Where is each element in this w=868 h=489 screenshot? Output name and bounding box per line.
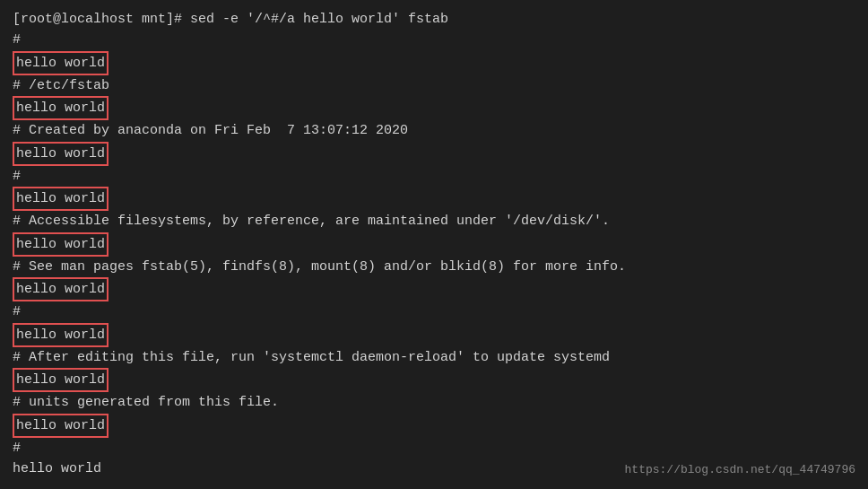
terminal-line: # See man pages fstab(5), findfs(8), mou… xyxy=(13,257,855,277)
terminal-line: hello world xyxy=(13,277,855,301)
terminal-line: hello world xyxy=(13,368,855,392)
terminal-line: # Accessible filesystems, by reference, … xyxy=(13,211,855,231)
terminal-line: hello world xyxy=(13,96,855,120)
terminal-line: # /etc/fstab xyxy=(13,75,855,96)
terminal-line: hello world xyxy=(13,142,855,166)
prompt-line: [root@localhost mnt]# sed -e '/^#/a hell… xyxy=(13,9,855,30)
highlighted-text: hello world xyxy=(13,232,108,257)
terminal-line: # After editing this file, run 'systemct… xyxy=(13,347,855,368)
output-area: #hello world# /etc/fstabhello world# Cre… xyxy=(13,30,855,479)
terminal-line: # xyxy=(13,166,855,187)
terminal-line: hello world xyxy=(13,323,855,347)
terminal-line: hello world xyxy=(13,187,855,211)
highlighted-text: hello world xyxy=(13,96,108,120)
terminal-line: hello world xyxy=(13,414,855,438)
highlighted-text: hello world xyxy=(13,414,108,438)
terminal-line: # units generated from this file. xyxy=(13,392,855,413)
highlighted-text: hello world xyxy=(13,368,108,392)
terminal-line: hello world xyxy=(13,232,855,257)
watermark: https://blog.csdn.net/qq_44749796 xyxy=(625,463,855,476)
terminal-line: # Created by anaconda on Fri Feb 7 13:07… xyxy=(13,120,855,141)
terminal-line: hello world xyxy=(13,51,855,75)
highlighted-text: hello world xyxy=(13,323,108,347)
terminal-line: # xyxy=(13,301,855,322)
terminal-line: # xyxy=(13,438,855,458)
terminal-window: [root@localhost mnt]# sed -e '/^#/a hell… xyxy=(0,0,868,489)
highlighted-text: hello world xyxy=(13,187,108,211)
highlighted-text: hello world xyxy=(13,142,108,166)
terminal-line: # xyxy=(13,30,855,50)
highlighted-text: hello world xyxy=(13,51,108,75)
highlighted-text: hello world xyxy=(13,277,108,301)
